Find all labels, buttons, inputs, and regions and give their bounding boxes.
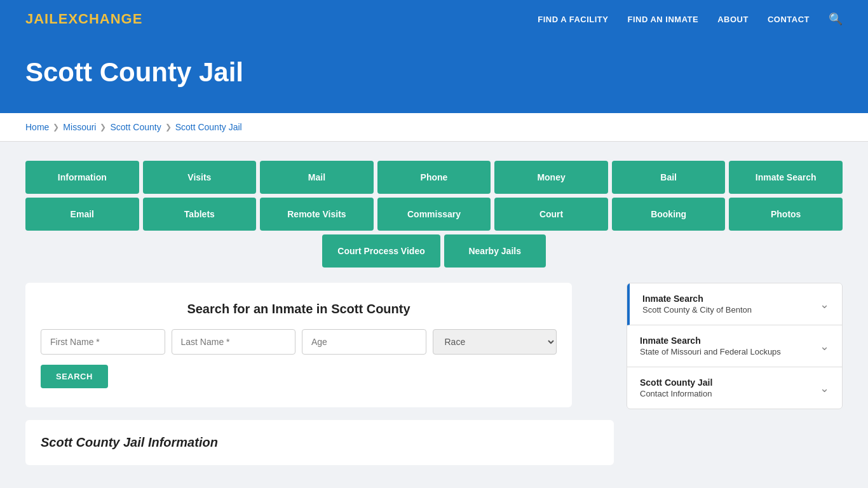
sidebar-item-sub-1: Scott County & City of Benton xyxy=(642,305,752,315)
logo[interactable]: JAILEXCHANGE xyxy=(25,11,142,27)
nav-about[interactable]: ABOUT xyxy=(717,15,749,24)
last-name-input[interactable] xyxy=(172,329,296,355)
sidebar-item-sub-2: State of Missouri and Federal Lockups xyxy=(640,347,781,356)
main-nav: FIND A FACILITY FIND AN INMATE ABOUT CON… xyxy=(538,12,843,26)
btn-tablets[interactable]: Tablets xyxy=(143,198,257,231)
breadcrumb-bar: Home ❯ Missouri ❯ Scott County ❯ Scott C… xyxy=(0,113,868,142)
main-content: Information Visits Mail Phone Money Bail… xyxy=(0,142,868,484)
sidebar-item-title-2: Inmate Search xyxy=(640,336,781,346)
sidebar-item-sub-3: Contact Information xyxy=(640,389,712,398)
btn-remote-visits[interactable]: Remote Visits xyxy=(260,198,374,231)
btn-inmate-search[interactable]: Inmate Search xyxy=(729,161,843,194)
logo-exchange-x: E xyxy=(58,11,69,27)
breadcrumb-sep-3: ❯ xyxy=(165,123,172,132)
btn-information[interactable]: Information xyxy=(25,161,139,194)
btn-court-process-video[interactable]: Court Process Video xyxy=(322,234,440,268)
content-section: Search for an Inmate in Scott County Rac… xyxy=(25,283,843,465)
age-input[interactable] xyxy=(302,329,426,355)
info-section: Scott County Jail Information xyxy=(25,420,614,465)
search-panel: Search for an Inmate in Scott County Rac… xyxy=(25,283,572,407)
chevron-icon-2: ⌄ xyxy=(820,339,829,353)
btn-bail[interactable]: Bail xyxy=(612,161,726,194)
nav-buttons-row3: Court Process Video Nearby Jails xyxy=(25,234,843,268)
breadcrumb: Home ❯ Missouri ❯ Scott County ❯ Scott C… xyxy=(25,122,843,132)
chevron-icon-1: ⌄ xyxy=(820,297,829,311)
nav-find-facility[interactable]: FIND A FACILITY xyxy=(538,15,608,24)
btn-commissary[interactable]: Commissary xyxy=(377,198,491,231)
search-fields: Race White Black Hispanic Asian Other xyxy=(41,329,557,355)
info-title: Scott County Jail Information xyxy=(41,435,599,450)
btn-court[interactable]: Court xyxy=(494,198,608,231)
sidebar-item-title-3: Scott County Jail xyxy=(640,377,712,388)
nav-buttons-row1: Information Visits Mail Phone Money Bail… xyxy=(25,161,843,194)
logo-jail: JAIL xyxy=(25,11,58,27)
btn-visits[interactable]: Visits xyxy=(143,161,257,194)
breadcrumb-home[interactable]: Home xyxy=(25,122,49,132)
first-name-input[interactable] xyxy=(41,329,165,355)
btn-mail[interactable]: Mail xyxy=(260,161,374,194)
btn-money[interactable]: Money xyxy=(494,161,608,194)
hero-section: Scott County Jail xyxy=(0,38,868,113)
breadcrumb-scott-county-jail[interactable]: Scott County Jail xyxy=(175,122,242,132)
btn-phone[interactable]: Phone xyxy=(377,161,491,194)
sidebar-item-title-1: Inmate Search xyxy=(642,294,752,304)
btn-nearby-jails[interactable]: Nearby Jails xyxy=(444,234,546,268)
left-column: Search for an Inmate in Scott County Rac… xyxy=(25,283,614,465)
nav-buttons-row2: Email Tablets Remote Visits Commissary C… xyxy=(25,198,843,231)
header-search-icon[interactable]: 🔍 xyxy=(829,12,843,26)
header: JAILEXCHANGE FIND A FACILITY FIND AN INM… xyxy=(0,0,868,38)
breadcrumb-sep-2: ❯ xyxy=(100,123,106,132)
sidebar-item-inmate-search-scott[interactable]: Inmate Search Scott County & City of Ben… xyxy=(627,283,842,325)
sidebar-item-inmate-search-state[interactable]: Inmate Search State of Missouri and Fede… xyxy=(627,325,842,367)
btn-email[interactable]: Email xyxy=(25,198,139,231)
chevron-icon-3: ⌄ xyxy=(820,381,829,395)
sidebar: Inmate Search Scott County & City of Ben… xyxy=(627,283,843,409)
btn-booking[interactable]: Booking xyxy=(612,198,726,231)
race-select[interactable]: Race White Black Hispanic Asian Other xyxy=(433,329,557,355)
search-button[interactable]: SEARCH xyxy=(41,365,108,388)
breadcrumb-missouri[interactable]: Missouri xyxy=(63,122,96,132)
nav-contact[interactable]: CONTACT xyxy=(768,15,810,24)
breadcrumb-scott-county[interactable]: Scott County xyxy=(110,122,161,132)
page-title: Scott County Jail xyxy=(25,57,843,88)
sidebar-item-contact-info[interactable]: Scott County Jail Contact Information ⌄ xyxy=(627,367,842,409)
search-title: Search for an Inmate in Scott County xyxy=(41,302,557,316)
btn-photos[interactable]: Photos xyxy=(729,198,843,231)
breadcrumb-sep-1: ❯ xyxy=(53,123,59,132)
nav-find-inmate[interactable]: FIND AN INMATE xyxy=(627,15,698,24)
logo-exchange-rest: XCHANGE xyxy=(68,11,142,27)
